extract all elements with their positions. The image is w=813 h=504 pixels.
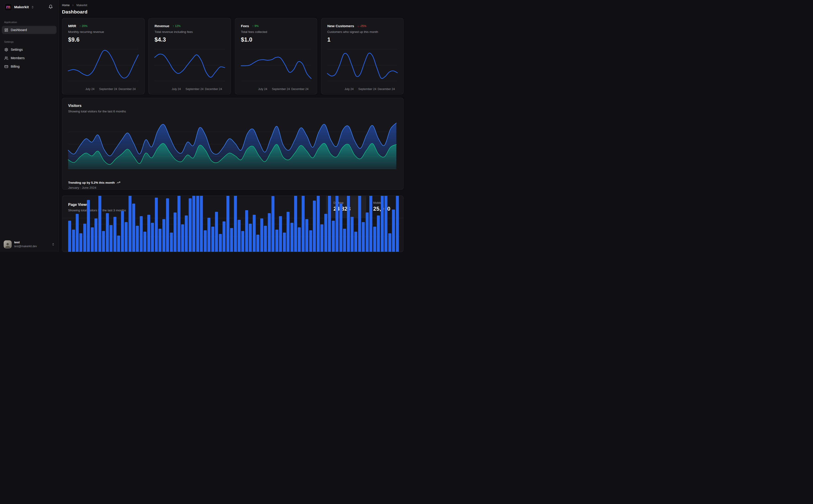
sidebar-item-label: Billing xyxy=(11,65,20,68)
sidebar-nav: Application Dashboard Settings Settings … xyxy=(0,14,58,71)
sidebar-item-dashboard[interactable]: Dashboard xyxy=(2,26,56,34)
billing-icon xyxy=(4,65,8,69)
workspace-selector[interactable]: m Makerkit xyxy=(5,3,34,11)
bar xyxy=(283,233,286,252)
bar xyxy=(298,227,301,252)
bar xyxy=(68,221,71,252)
main-content: Home Makerkit Dashboard MRR ↑20% Monthly… xyxy=(58,0,406,252)
page-title: Dashboard xyxy=(62,9,404,15)
bar xyxy=(309,230,312,252)
dashboard-icon xyxy=(4,28,8,32)
makerkit-logo: m xyxy=(5,3,12,11)
stat-subtitle: Total revenue including fees xyxy=(154,30,225,34)
user-meta: test test@makerkit.dev xyxy=(14,241,37,248)
stat-card-new-customers: New Customers ↓-25% Customers who signed… xyxy=(321,18,404,94)
bar xyxy=(125,222,128,252)
bar xyxy=(121,211,124,252)
sidebar-item-label: Members xyxy=(11,56,24,60)
bar xyxy=(294,196,297,252)
bar xyxy=(253,215,256,252)
breadcrumb-current: Makerkit xyxy=(76,4,87,7)
bar xyxy=(155,198,158,252)
bar xyxy=(320,224,323,252)
bar xyxy=(347,196,350,252)
bar xyxy=(369,196,372,252)
bar xyxy=(79,233,82,252)
arrow-up-icon: ↑ xyxy=(172,24,174,28)
trend-badge: ↑20% xyxy=(79,24,87,28)
trend-badge: ↓-25% xyxy=(357,24,366,28)
mobile-stat-label: Mobile xyxy=(373,201,403,204)
stat-value: $1.0 xyxy=(241,36,311,43)
bar xyxy=(215,212,218,252)
stat-value: 1 xyxy=(327,36,397,43)
bar xyxy=(268,213,271,252)
stat-card-mrr: MRR ↑20% Monthly recurring revenue $9.6 … xyxy=(62,18,144,94)
bar xyxy=(373,227,376,252)
bar xyxy=(227,196,230,252)
bar xyxy=(366,212,369,252)
bar xyxy=(241,231,244,252)
bar xyxy=(324,214,327,252)
bar xyxy=(332,221,335,252)
bar xyxy=(196,196,199,252)
bar xyxy=(91,227,94,252)
bar xyxy=(272,196,275,252)
workspace-name: Makerkit xyxy=(14,5,29,9)
user-menu[interactable]: test test@makerkit.dev xyxy=(0,237,58,252)
notifications-button[interactable] xyxy=(48,4,54,11)
bar xyxy=(117,236,120,252)
bar xyxy=(351,217,354,252)
chevrons-up-down-icon xyxy=(31,6,34,9)
stat-subtitle: Customers who signed up this month xyxy=(327,30,397,34)
bar xyxy=(151,223,154,252)
trending-up-icon xyxy=(117,181,120,184)
bar xyxy=(377,215,380,252)
bar xyxy=(328,196,331,252)
bar xyxy=(291,223,294,252)
visitors-footer: Trending up by 5.2% this month January -… xyxy=(68,181,397,189)
trend-badge: ↑9% xyxy=(252,24,259,28)
bar xyxy=(113,217,116,252)
arrow-up-icon: ↑ xyxy=(79,24,81,28)
bar xyxy=(143,232,146,252)
stat-value: $4.3 xyxy=(154,36,225,43)
stat-title: New Customers xyxy=(327,24,354,28)
bar xyxy=(388,233,391,252)
bar xyxy=(358,196,361,252)
stat-subtitle: Monthly recurring revenue xyxy=(68,30,138,34)
bar xyxy=(177,196,180,252)
sidebar-item-billing[interactable]: Billing xyxy=(2,62,56,71)
chevron-right-icon xyxy=(72,4,74,7)
stat-card-fees: Fees ↑9% Total fees collected $1.0 July … xyxy=(235,18,317,94)
new-customers-sparkline-chart xyxy=(327,46,397,83)
bar xyxy=(204,230,207,252)
settings-icon xyxy=(4,48,8,52)
bar xyxy=(234,196,237,252)
stat-title: MRR xyxy=(68,24,76,28)
user-name: test xyxy=(14,241,37,244)
sidebar-item-label: Dashboard xyxy=(11,28,27,32)
sidebar-item-label: Settings xyxy=(11,48,23,51)
sidebar-item-members[interactable]: Members xyxy=(2,54,56,62)
bar xyxy=(336,196,339,252)
sidebar-item-settings[interactable]: Settings xyxy=(2,45,56,54)
bar xyxy=(132,204,135,252)
bar xyxy=(305,219,308,252)
bar xyxy=(396,196,399,252)
bar xyxy=(343,229,346,252)
bar xyxy=(219,234,222,252)
bar xyxy=(223,221,226,252)
mobile-stat-value: 25,010 xyxy=(373,206,403,212)
bar xyxy=(162,219,165,252)
user-email: test@makerkit.dev xyxy=(14,245,37,248)
bar xyxy=(238,220,241,252)
page-views-card: Page Views Showing total visitors for th… xyxy=(62,196,404,252)
stat-subtitle: Total fees collected xyxy=(241,30,311,34)
bar xyxy=(264,226,267,252)
bar xyxy=(181,224,184,252)
breadcrumb: Home Makerkit xyxy=(62,4,404,7)
fees-sparkline-chart xyxy=(241,46,311,83)
revenue-sparkline-chart xyxy=(154,46,225,83)
breadcrumb-home[interactable]: Home xyxy=(62,4,69,7)
